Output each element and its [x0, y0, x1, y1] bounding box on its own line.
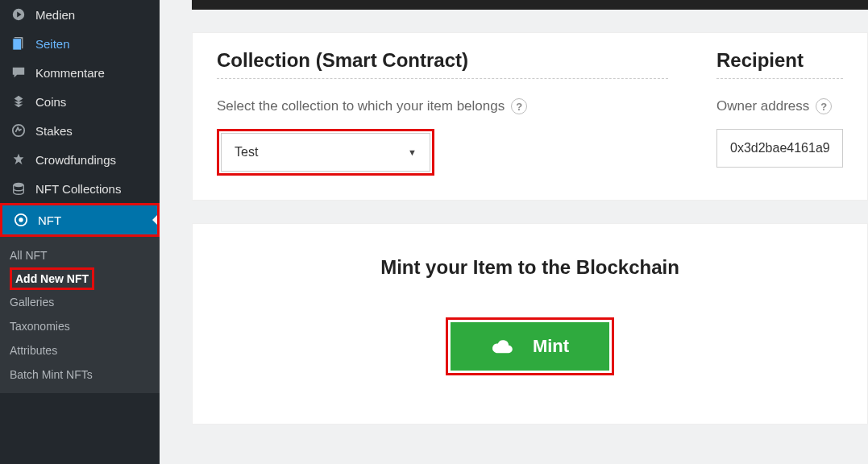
- sidebar-item-medien[interactable]: Medien: [0, 0, 160, 29]
- sidebar-item-crowdfundings[interactable]: Crowdfundings: [0, 145, 160, 174]
- collection-field-label-text: Select the collection to which your item…: [217, 98, 505, 114]
- media-icon: [10, 7, 27, 22]
- sidebar-item-label: Medien: [35, 8, 75, 22]
- top-dark-bar: [192, 0, 868, 10]
- mint-button-label: Mint: [533, 336, 569, 357]
- submenu-galleries[interactable]: Galleries: [10, 290, 160, 314]
- highlight-nft-menu: NFT: [0, 203, 160, 237]
- nft-submenu: All NFT Add New NFT Galleries Taxonomies…: [0, 237, 160, 393]
- recipient-field-label: Owner address ?: [716, 98, 843, 114]
- help-icon[interactable]: ?: [511, 98, 527, 114]
- nft-icon: [12, 213, 30, 227]
- sidebar-item-label: Seiten: [35, 37, 70, 51]
- svg-rect-1: [13, 39, 22, 50]
- admin-sidebar: Medien Seiten Kommentare Coins Stakes Cr…: [0, 0, 160, 464]
- mint-heading: Mint your Item to the Blockchain: [217, 256, 843, 279]
- sidebar-item-kommentare[interactable]: Kommentare: [0, 58, 160, 87]
- recipient-field-label-text: Owner address: [716, 98, 809, 114]
- sidebar-item-stakes[interactable]: Stakes: [0, 116, 160, 145]
- sidebar-item-coins[interactable]: Coins: [0, 87, 160, 116]
- collection-dropdown[interactable]: Test ▼: [221, 133, 430, 172]
- sidebar-item-seiten[interactable]: Seiten: [0, 29, 160, 58]
- sidebar-item-label: Crowdfundings: [35, 153, 116, 167]
- sidebar-item-label: Coins: [35, 95, 66, 109]
- highlight-mint-button: Mint: [446, 317, 614, 375]
- svg-point-3: [14, 183, 24, 187]
- crowdfundings-icon: [10, 152, 27, 167]
- mint-button[interactable]: Mint: [451, 322, 609, 371]
- sidebar-item-label: Kommentare: [35, 66, 105, 80]
- comments-icon: [10, 65, 27, 80]
- sidebar-item-label: NFT: [38, 213, 61, 227]
- sidebar-item-nft[interactable]: NFT: [2, 205, 157, 234]
- stakes-icon: [10, 123, 27, 138]
- submenu-batch-mint[interactable]: Batch Mint NFTs: [10, 362, 160, 387]
- submenu-add-new-nft[interactable]: Add New NFT: [14, 270, 90, 288]
- owner-address-input[interactable]: [716, 129, 843, 168]
- highlight-add-new-nft: Add New NFT: [10, 267, 94, 290]
- sidebar-item-label: Stakes: [35, 124, 73, 138]
- help-icon[interactable]: ?: [816, 98, 832, 114]
- collection-selected-value: Test: [235, 145, 258, 160]
- main-content: Collection (Smart Contract) Select the c…: [160, 0, 868, 464]
- submenu-attributes[interactable]: Attributes: [10, 338, 160, 362]
- collection-heading: Collection (Smart Contract): [217, 49, 668, 79]
- svg-point-5: [19, 218, 23, 222]
- sidebar-item-label: NFT Collections: [35, 182, 121, 196]
- recipient-heading: Recipient: [716, 49, 843, 79]
- cloud-upload-icon: [491, 335, 513, 358]
- sidebar-item-nft-collections[interactable]: NFT Collections: [0, 174, 160, 203]
- collection-recipient-card: Collection (Smart Contract) Select the c…: [192, 32, 868, 201]
- collections-icon: [10, 181, 27, 196]
- submenu-all-nft[interactable]: All NFT: [10, 243, 160, 267]
- highlight-collection-dropdown: Test ▼: [217, 129, 434, 176]
- pages-icon: [10, 36, 27, 51]
- mint-card: Mint your Item to the Blockchain Mint: [192, 223, 868, 425]
- chevron-down-icon: ▼: [408, 147, 417, 157]
- collection-field-label: Select the collection to which your item…: [217, 98, 668, 114]
- coins-icon: [10, 94, 27, 109]
- submenu-taxonomies[interactable]: Taxonomies: [10, 314, 160, 338]
